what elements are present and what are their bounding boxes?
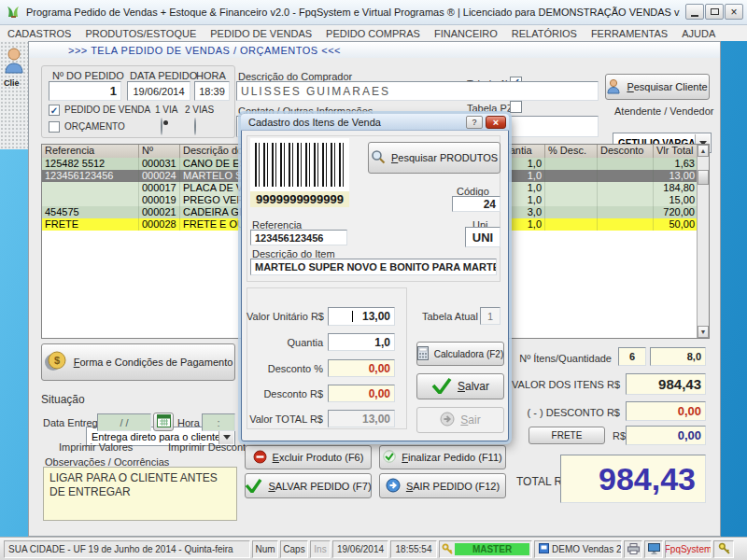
desconto-rs-field[interactable]: 0,00 [328,385,395,402]
cell-num: 000024 [139,170,180,182]
frete-button[interactable]: FRETE [529,427,605,444]
window-titlebar: Programa Pedido de Vendas + Estoque & Fi… [0,0,747,25]
restore-icon [711,8,719,15]
menu-item-cadastros[interactable]: CADASTROS [7,28,71,39]
status-time: 18:55:54 [390,540,437,558]
dialog-sair-button[interactable]: Sair [416,407,504,433]
tabela-pz-checkbox[interactable] [510,101,522,113]
frete-field[interactable]: 0,00 [626,426,706,445]
pedido-venda-checkbox[interactable]: ✓ [49,105,60,116]
via2-label: 2 VIAS [185,105,214,115]
via2-radio[interactable] [194,118,196,135]
finalizar-pedido-button[interactable]: Finalizar Pedido (F11) [379,445,506,469]
via1-radio[interactable] [161,118,162,135]
numero-pedido-label: Nº DO PEDIDO [52,70,124,81]
minimize-button[interactable] [685,4,704,20]
cell-num: 000028 [139,218,180,231]
salvar-pedido-button[interactable]: SALVAR PEDIDO (F7) [245,473,372,498]
pesquisar-cliente-button[interactable]: Pesquisar Cliente [605,74,710,100]
cell-total: 50,00 [654,218,698,231]
check-icon [383,450,396,465]
check-icon [245,478,262,495]
status-key-segment[interactable] [713,540,734,558]
coin-icon: $ [44,350,68,374]
uni-field[interactable]: UNI [465,227,500,247]
cell-total: 720,00 [654,206,698,218]
cell-total: 184,80 [654,182,698,194]
menu-item-ajuda[interactable]: AJUDA [682,28,715,39]
codigo-field[interactable]: 24 [452,196,500,212]
calendar-button[interactable] [153,413,174,431]
quantia-field[interactable]: 1,0 [328,333,395,351]
status-monitor-segment[interactable] [644,540,663,558]
scroll-down-icon[interactable]: ▼ [698,326,709,338]
tabela-atual-field: 1 [480,307,500,325]
dialog-salvar-button[interactable]: Salvar [416,373,504,399]
pesquisar-produtos-label: Pesquisar PRODUTOS [391,152,498,163]
finalizar-pedido-label: Finalizar Pedido (F11) [402,452,501,463]
status-master-segment: MASTER [439,540,532,558]
menu-bar: CADASTROS PRODUTOS/ESTOQUE PEDIDO DE VEN… [0,25,747,41]
valor-itens-field: 984,43 [626,373,706,395]
desconto-pct-label: Desconto % [247,363,323,374]
orcamento-checkbox[interactable] [49,121,60,133]
col-vlrtotal[interactable]: Vlr Total [654,145,698,158]
total-field: 984,43 [560,455,706,503]
menu-item-pedido-compras[interactable]: PEDIDO COMPRAS [326,28,420,39]
scrollbar-thumb[interactable] [698,170,709,185]
menu-item-relatorios[interactable]: RELATÓRIOS [512,28,577,39]
comprador-field[interactable]: ULISSES GUIMARAES [236,81,599,101]
col-numero[interactable]: Nº [139,145,180,158]
status-brand: FpqSystem [665,540,712,558]
menu-item-produtos-estoque[interactable]: PRODUTOS/ESTOQUE [85,28,196,39]
status-demo-segment: DEMO Vendas 2.0 [534,540,622,558]
clientes-shortcut-icon[interactable] [3,47,25,78]
hora-pedido-label: HORA [196,70,226,81]
restore-button[interactable] [705,4,724,20]
dialog-help-button[interactable]: ? [466,116,483,129]
scroll-up-icon[interactable]: ▲ [698,145,709,157]
table-scrollbar[interactable]: ▲ ▼ [697,145,709,338]
valor-unitario-field[interactable]: 13,00 [328,307,395,326]
key-icon [718,542,730,556]
sair-pedido-button[interactable]: SAIR PEDIDO (F12) [379,473,506,498]
close-button[interactable]: × [725,4,743,20]
pesquisar-produtos-button[interactable]: Pesquisar PRODUTOS [368,142,500,174]
descricao-item-field[interactable]: MARTELO SUPER NOVO E BONITO PARA MARTELA… [250,259,497,275]
tabela-pz-label: Tabela PZ [467,103,514,114]
numero-pedido-field[interactable]: 1 [49,81,121,101]
col-referencia[interactable]: Referencia [42,145,139,158]
dialog-close-button[interactable]: × [486,116,506,129]
data-pedido-field[interactable]: 19/06/2014 [127,81,190,101]
data-entrega-field[interactable]: / / [97,413,151,431]
cell-ref: 123456123456 [42,170,139,182]
clientes-shortcut-label: Clie [4,78,20,88]
calculadora-button[interactable]: Calculadora (F2) [416,342,504,366]
menu-item-financeiro[interactable]: FINANCEIRO [434,28,498,39]
menu-item-pedido-vendas[interactable]: PEDIDO DE VENDAS [210,28,312,39]
cell-total: 13,00 [654,170,698,182]
cell-ref [42,182,139,194]
referencia-field[interactable]: 123456123456 [250,230,347,245]
col-pdesc[interactable]: % Desc. [545,145,598,158]
cell-desc_val [598,206,654,218]
menu-item-ferramentas[interactable]: FERRAMENTAS [591,28,668,39]
status-demo-label: DEMO Vendas 2.0 [552,544,622,554]
excluir-produto-button[interactable]: Excluir Produto (F6) [245,445,372,469]
cell-total: 1,63 [654,158,698,170]
hora-entrega-field[interactable]: : [202,413,235,431]
status-printer-segment[interactable] [624,540,642,558]
cell-ref: FRETE [42,218,139,231]
desconto-total-label: ( - ) DESCONTO R$ [509,407,620,418]
imprimir-valores-label: Imprimir Valores [59,441,133,453]
status-num: Num [252,540,278,558]
forma-pagamento-button[interactable]: $ Forma e Condições de Pagamento [41,343,235,381]
data-entrega-label: Data Entrega [43,417,104,428]
key-icon [442,543,453,556]
minimize-icon [691,15,698,17]
col-desconto[interactable]: Desconto [598,145,654,158]
cell-num: 000019 [139,194,180,206]
hora-pedido-field[interactable]: 18:39 [194,81,230,101]
desconto-pct-field[interactable]: 0,00 [328,359,395,377]
observacoes-textarea[interactable]: LIGAR PARA O CLIENTE ANTES DE ENTREGAR [43,467,237,521]
